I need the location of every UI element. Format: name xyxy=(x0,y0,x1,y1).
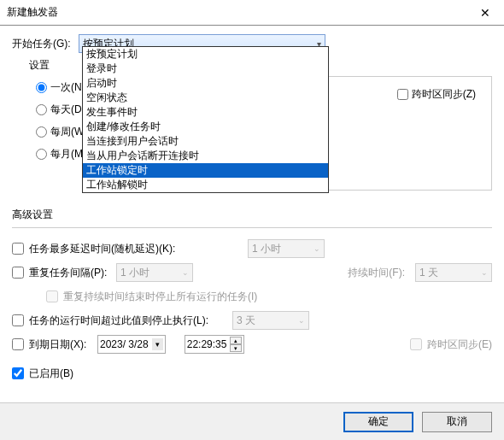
opt-create-modify[interactable]: 创建/修改任务时 xyxy=(83,120,328,134)
repeat-label: 重复任务间隔(P): xyxy=(29,266,111,280)
delay-checkbox[interactable] xyxy=(12,243,24,255)
expire-label: 到期日期(X): xyxy=(29,337,92,352)
opt-connect[interactable]: 当连接到用户会话时 xyxy=(83,134,328,149)
expire-date-input[interactable]: 2023/ 3/28▾ xyxy=(97,335,166,354)
advanced-title: 高级设置 xyxy=(12,208,492,222)
chevron-down-icon: ⌄ xyxy=(481,268,488,277)
expire-checkbox[interactable] xyxy=(12,338,24,350)
opt-ws-lock[interactable]: 工作站锁定时 xyxy=(83,163,328,178)
expire-time-input[interactable]: 22:29:35 ▴▾ xyxy=(185,335,245,354)
duration-select: 1 天⌄ xyxy=(415,263,492,282)
timezone-sync-checkbox[interactable]: 跨时区同步(Z) xyxy=(397,87,476,102)
stop-after-checkbox[interactable] xyxy=(12,314,24,326)
divider xyxy=(12,227,492,228)
repeat-checkbox[interactable] xyxy=(12,267,24,279)
chevron-down-icon: ⌄ xyxy=(314,244,320,253)
enabled-checkbox[interactable] xyxy=(12,367,24,379)
chevron-down-icon: ⌄ xyxy=(298,316,305,325)
window-title: 新建触发器 xyxy=(7,5,58,20)
cancel-button[interactable]: 取消 xyxy=(422,412,492,432)
delay-label: 任务最多延迟时间(随机延迟)(K): xyxy=(29,242,200,256)
begin-task-dropdown[interactable]: 按预定计划 登录时 启动时 空闲状态 发生事件时 创建/修改任务时 当连接到用户… xyxy=(82,46,329,193)
time-spinner[interactable]: ▴▾ xyxy=(230,337,242,352)
delay-select: 1 小时⌄ xyxy=(248,239,325,258)
chevron-down-icon: ⌄ xyxy=(182,268,189,277)
repeat-select: 1 小时⌄ xyxy=(116,263,193,282)
expire-sync-label: 跨时区同步(E) xyxy=(427,337,492,352)
stop-all-label: 重复持续时间结束时停止所有运行的任务(I) xyxy=(63,290,257,304)
stop-all-checkbox xyxy=(46,290,58,302)
opt-disconnect[interactable]: 当从用户会话断开连接时 xyxy=(83,149,328,163)
begin-task-label: 开始任务(G): xyxy=(12,37,79,51)
expire-sync-checkbox xyxy=(410,338,422,350)
opt-schedule[interactable]: 按预定计划 xyxy=(83,47,328,62)
enabled-label: 已启用(B) xyxy=(29,367,73,381)
stop-after-select: 3 天⌄ xyxy=(232,311,309,330)
opt-startup[interactable]: 启动时 xyxy=(83,76,328,91)
opt-event[interactable]: 发生事件时 xyxy=(83,105,328,120)
close-button[interactable]: ✕ xyxy=(466,0,504,26)
stop-after-label: 任务的运行时间超过此值则停止执行(L): xyxy=(29,314,227,328)
ok-button[interactable]: 确定 xyxy=(343,412,413,432)
opt-idle[interactable]: 空闲状态 xyxy=(83,91,328,105)
opt-logon[interactable]: 登录时 xyxy=(83,62,328,76)
calendar-drop-icon[interactable]: ▾ xyxy=(152,338,163,350)
opt-ws-unlock[interactable]: 工作站解锁时 xyxy=(83,178,328,192)
duration-label: 持续时间(F): xyxy=(348,266,405,280)
